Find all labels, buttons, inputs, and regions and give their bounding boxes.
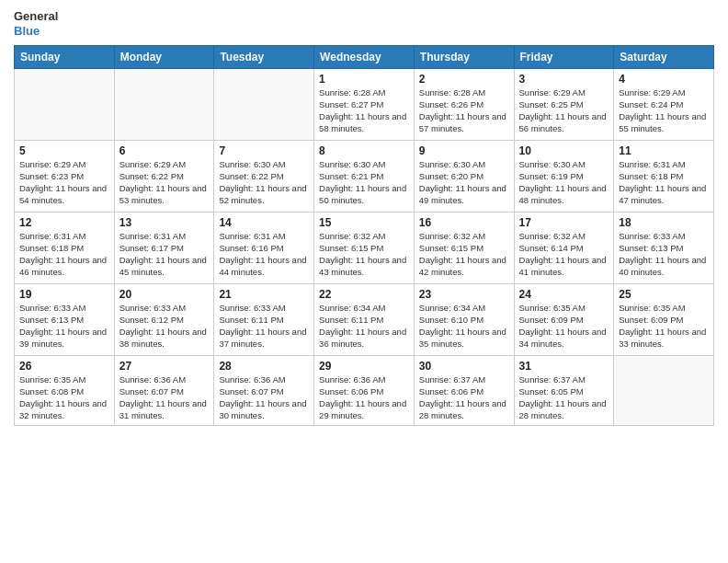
- calendar-cell: 31Sunrise: 6:37 AMSunset: 6:05 PMDayligh…: [514, 356, 614, 426]
- day-number: 3: [519, 73, 609, 86]
- calendar-week-2: 5Sunrise: 6:29 AMSunset: 6:23 PMDaylight…: [15, 141, 714, 213]
- calendar-cell: 20Sunrise: 6:33 AMSunset: 6:12 PMDayligh…: [114, 284, 214, 356]
- day-number: 19: [19, 288, 109, 301]
- calendar-cell: 13Sunrise: 6:31 AMSunset: 6:17 PMDayligh…: [114, 213, 214, 284]
- calendar-cell: 16Sunrise: 6:32 AMSunset: 6:15 PMDayligh…: [414, 213, 514, 284]
- calendar-cell: 17Sunrise: 6:32 AMSunset: 6:14 PMDayligh…: [514, 213, 614, 284]
- day-number: 18: [619, 216, 709, 229]
- day-info: Sunrise: 6:33 AMSunset: 6:11 PMDaylight:…: [219, 303, 309, 350]
- calendar-cell: 2Sunrise: 6:28 AMSunset: 6:26 PMDaylight…: [414, 69, 514, 141]
- day-info: Sunrise: 6:34 AMSunset: 6:10 PMDaylight:…: [419, 303, 509, 350]
- day-number: 7: [219, 144, 309, 157]
- day-number: 24: [519, 288, 609, 301]
- day-number: 30: [419, 360, 509, 373]
- calendar: SundayMondayTuesdayWednesdayThursdayFrid…: [14, 45, 714, 426]
- logo-line2: Blue: [14, 24, 58, 39]
- day-info: Sunrise: 6:31 AMSunset: 6:16 PMDaylight:…: [219, 231, 309, 278]
- day-info: Sunrise: 6:28 AMSunset: 6:26 PMDaylight:…: [419, 87, 509, 134]
- day-info: Sunrise: 6:30 AMSunset: 6:20 PMDaylight:…: [419, 159, 509, 206]
- logo: General Blue General Blue: [14, 9, 58, 38]
- logo-line1: General: [14, 9, 58, 24]
- calendar-cell: 25Sunrise: 6:35 AMSunset: 6:09 PMDayligh…: [614, 284, 714, 356]
- day-number: 12: [19, 216, 109, 229]
- day-info: Sunrise: 6:33 AMSunset: 6:13 PMDaylight:…: [619, 231, 709, 278]
- calendar-cell: 12Sunrise: 6:31 AMSunset: 6:18 PMDayligh…: [15, 213, 115, 284]
- day-number: 23: [419, 288, 509, 301]
- weekday-header-thursday: Thursday: [414, 46, 514, 69]
- day-info: Sunrise: 6:33 AMSunset: 6:13 PMDaylight:…: [19, 303, 109, 350]
- page-header: General Blue General Blue: [14, 9, 714, 38]
- calendar-cell: 24Sunrise: 6:35 AMSunset: 6:09 PMDayligh…: [514, 284, 614, 356]
- weekday-header-monday: Monday: [114, 46, 214, 69]
- calendar-cell: 28Sunrise: 6:36 AMSunset: 6:07 PMDayligh…: [214, 356, 314, 426]
- day-info: Sunrise: 6:35 AMSunset: 6:08 PMDaylight:…: [19, 374, 109, 421]
- calendar-week-3: 12Sunrise: 6:31 AMSunset: 6:18 PMDayligh…: [15, 213, 714, 284]
- calendar-cell: [614, 356, 714, 426]
- calendar-week-5: 26Sunrise: 6:35 AMSunset: 6:08 PMDayligh…: [15, 356, 714, 426]
- day-number: 11: [619, 144, 709, 157]
- calendar-cell: 5Sunrise: 6:29 AMSunset: 6:23 PMDaylight…: [15, 141, 115, 213]
- day-number: 28: [219, 360, 309, 373]
- day-number: 29: [319, 360, 409, 373]
- weekday-header-wednesday: Wednesday: [314, 46, 415, 69]
- day-info: Sunrise: 6:29 AMSunset: 6:22 PMDaylight:…: [119, 159, 210, 206]
- day-number: 6: [119, 144, 210, 157]
- day-info: Sunrise: 6:30 AMSunset: 6:22 PMDaylight:…: [219, 159, 309, 206]
- calendar-cell: 6Sunrise: 6:29 AMSunset: 6:22 PMDaylight…: [114, 141, 214, 213]
- calendar-cell: 27Sunrise: 6:36 AMSunset: 6:07 PMDayligh…: [114, 356, 214, 426]
- calendar-cell: [214, 69, 314, 141]
- day-number: 2: [419, 73, 509, 86]
- calendar-cell: 11Sunrise: 6:31 AMSunset: 6:18 PMDayligh…: [614, 141, 714, 213]
- calendar-header-row: SundayMondayTuesdayWednesdayThursdayFrid…: [15, 46, 714, 69]
- weekday-header-sunday: Sunday: [15, 46, 115, 69]
- weekday-header-tuesday: Tuesday: [214, 46, 314, 69]
- day-number: 4: [619, 73, 709, 86]
- day-info: Sunrise: 6:28 AMSunset: 6:27 PMDaylight:…: [319, 87, 409, 134]
- day-number: 25: [619, 288, 709, 301]
- calendar-cell: 19Sunrise: 6:33 AMSunset: 6:13 PMDayligh…: [15, 284, 115, 356]
- calendar-cell: 3Sunrise: 6:29 AMSunset: 6:25 PMDaylight…: [514, 69, 614, 141]
- day-info: Sunrise: 6:37 AMSunset: 6:05 PMDaylight:…: [519, 374, 609, 421]
- day-info: Sunrise: 6:35 AMSunset: 6:09 PMDaylight:…: [619, 303, 709, 350]
- day-number: 5: [19, 144, 109, 157]
- day-number: 26: [19, 360, 109, 373]
- day-number: 8: [319, 144, 409, 157]
- calendar-cell: 30Sunrise: 6:37 AMSunset: 6:06 PMDayligh…: [414, 356, 514, 426]
- day-number: 1: [319, 73, 409, 86]
- calendar-cell: 26Sunrise: 6:35 AMSunset: 6:08 PMDayligh…: [15, 356, 115, 426]
- calendar-cell: 9Sunrise: 6:30 AMSunset: 6:20 PMDaylight…: [414, 141, 514, 213]
- day-info: Sunrise: 6:37 AMSunset: 6:06 PMDaylight:…: [419, 374, 509, 421]
- day-number: 20: [119, 288, 210, 301]
- calendar-cell: 4Sunrise: 6:29 AMSunset: 6:24 PMDaylight…: [614, 69, 714, 141]
- calendar-week-1: 1Sunrise: 6:28 AMSunset: 6:27 PMDaylight…: [15, 69, 714, 141]
- calendar-week-4: 19Sunrise: 6:33 AMSunset: 6:13 PMDayligh…: [15, 284, 714, 356]
- day-info: Sunrise: 6:29 AMSunset: 6:23 PMDaylight:…: [19, 159, 109, 206]
- day-number: 17: [519, 216, 609, 229]
- day-number: 13: [119, 216, 210, 229]
- day-info: Sunrise: 6:32 AMSunset: 6:15 PMDaylight:…: [319, 231, 409, 278]
- calendar-cell: 14Sunrise: 6:31 AMSunset: 6:16 PMDayligh…: [214, 213, 314, 284]
- calendar-cell: [114, 69, 214, 141]
- calendar-cell: 8Sunrise: 6:30 AMSunset: 6:21 PMDaylight…: [314, 141, 415, 213]
- calendar-cell: 22Sunrise: 6:34 AMSunset: 6:11 PMDayligh…: [314, 284, 415, 356]
- day-info: Sunrise: 6:36 AMSunset: 6:07 PMDaylight:…: [119, 374, 210, 421]
- calendar-cell: 18Sunrise: 6:33 AMSunset: 6:13 PMDayligh…: [614, 213, 714, 284]
- day-info: Sunrise: 6:32 AMSunset: 6:15 PMDaylight:…: [419, 231, 509, 278]
- calendar-cell: 10Sunrise: 6:30 AMSunset: 6:19 PMDayligh…: [514, 141, 614, 213]
- day-info: Sunrise: 6:30 AMSunset: 6:21 PMDaylight:…: [319, 159, 409, 206]
- calendar-cell: 1Sunrise: 6:28 AMSunset: 6:27 PMDaylight…: [314, 69, 415, 141]
- weekday-header-saturday: Saturday: [614, 46, 714, 69]
- day-number: 31: [519, 360, 609, 373]
- day-info: Sunrise: 6:29 AMSunset: 6:25 PMDaylight:…: [519, 87, 609, 134]
- day-info: Sunrise: 6:34 AMSunset: 6:11 PMDaylight:…: [319, 303, 409, 350]
- day-number: 16: [419, 216, 509, 229]
- day-info: Sunrise: 6:33 AMSunset: 6:12 PMDaylight:…: [119, 303, 210, 350]
- day-number: 22: [319, 288, 409, 301]
- day-number: 21: [219, 288, 309, 301]
- weekday-header-friday: Friday: [514, 46, 614, 69]
- day-info: Sunrise: 6:32 AMSunset: 6:14 PMDaylight:…: [519, 231, 609, 278]
- day-info: Sunrise: 6:29 AMSunset: 6:24 PMDaylight:…: [619, 87, 709, 134]
- day-number: 14: [219, 216, 309, 229]
- calendar-cell: 29Sunrise: 6:36 AMSunset: 6:06 PMDayligh…: [314, 356, 415, 426]
- day-number: 15: [319, 216, 409, 229]
